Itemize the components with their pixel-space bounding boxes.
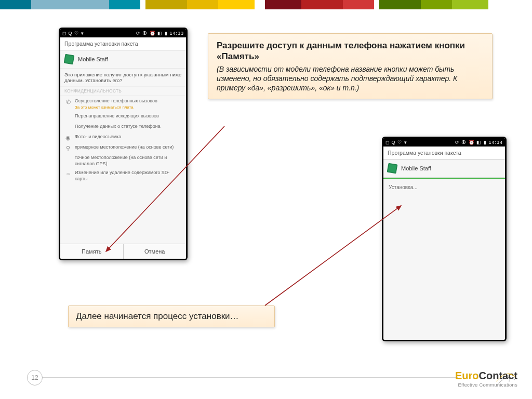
status-right-icons: ⟳ ⦿ ⏰ ◧ ▮ 14:34 <box>455 140 503 145</box>
permission-item: ◉Фото- и видеосъемка <box>62 132 184 143</box>
stripe <box>0 0 31 9</box>
status-right-icons: ⟳ ⦿ ⏰ ◧ ▮ 14:33 <box>136 31 184 36</box>
stripe <box>218 0 255 9</box>
stripe <box>68 0 109 9</box>
callout-heading: Разрешите доступ к данным телефона нажат… <box>217 40 484 62</box>
statusbar: ◻ Q ♡ ▾ ⟳ ⦿ ⏰ ◧ ▮ 14:34 <box>383 138 505 147</box>
callout-text: Далее начинается процесс установки… <box>76 311 239 321</box>
permission-text: Получение данных о статусе телефона <box>75 124 161 130</box>
permission-text: Перенаправление исходящих вызовов <box>75 113 159 119</box>
phone-permissions-mockup: ◻ Q ♡ ▾ ⟳ ⦿ ⏰ ◧ ▮ 14:33 Программа устано… <box>59 28 188 260</box>
permission-text: Фото- и видеосъемка <box>75 134 121 140</box>
app-icon <box>387 163 398 174</box>
permission-item: ✆Осуществление телефонных вызововЗа это … <box>62 97 184 112</box>
blank-icon <box>64 155 72 162</box>
stripe <box>301 0 343 9</box>
permission-text: Осуществление телефонных вызововЗа это м… <box>75 98 157 110</box>
stripe <box>145 0 187 9</box>
arrow-to-installing <box>265 206 401 305</box>
status-left-icons: ◻ Q ♡ ▾ <box>62 31 84 36</box>
top-color-stripes <box>0 0 532 9</box>
cancel-button[interactable]: Отмена <box>123 244 187 259</box>
callout-subtext: (В зависимости от модели телефона назван… <box>217 64 484 93</box>
permission-item: ⚲примерное местоположение (на основе сет… <box>62 143 184 153</box>
permission-text: Изменение или удаление содержимого SD-ка… <box>75 170 182 182</box>
stripe <box>265 0 301 9</box>
permission-item: Получение данных о статусе телефона <box>62 122 184 132</box>
pin-icon: ⚲ <box>64 144 72 152</box>
permission-warning: За это может взиматься плата <box>75 105 157 110</box>
camera-icon: ◉ <box>64 134 72 141</box>
stripe <box>379 0 421 9</box>
status-left-icons: ◻ Q ♡ ▾ <box>385 140 407 145</box>
phone-screen: ◻ Q ♡ ▾ ⟳ ⦿ ⏰ ◧ ▮ 14:33 Программа устано… <box>60 29 186 259</box>
stripe <box>421 0 452 9</box>
permission-item: ⎓Изменение или удаление содержимого SD-к… <box>62 168 184 183</box>
stripe <box>260 0 265 9</box>
logo-swoosh-icon <box>493 365 517 390</box>
blank-icon <box>64 113 72 121</box>
permission-item: точное местоположение (на основе сети и … <box>62 153 184 168</box>
usb-icon: ⎓ <box>64 170 72 177</box>
app-icon <box>64 54 75 65</box>
stripe <box>140 0 145 9</box>
permission-item: Перенаправление исходящих вызовов <box>62 112 184 122</box>
installer-title: Программа установки пакета <box>383 147 505 159</box>
phone-installing-mockup: ◻ Q ♡ ▾ ⟳ ⦿ ⏰ ◧ ▮ 14:34 Программа устано… <box>382 137 507 341</box>
permissions-list: ✆Осуществление телефонных вызововЗа это … <box>60 96 186 244</box>
permission-text: примерное местоположение (на основе сети… <box>75 144 174 151</box>
statusbar: ◻ Q ♡ ▾ ⟳ ⦿ ⏰ ◧ ▮ 14:33 <box>60 29 186 37</box>
install-description: Это приложение получит доступ к указанны… <box>60 69 186 87</box>
install-status-text: Установка... <box>383 179 505 340</box>
callout-permissions: Разрешите доступ к данным телефона нажат… <box>208 33 493 99</box>
stripe <box>255 0 260 9</box>
slide-area: ◻ Q ♡ ▾ ⟳ ⦿ ⏰ ◧ ▮ 14:33 Программа устано… <box>0 9 532 399</box>
phone-screen: ◻ Q ♡ ▾ ⟳ ⦿ ⏰ ◧ ▮ 14:34 Программа устано… <box>383 138 505 340</box>
app-row: Mobile Staff <box>60 50 186 69</box>
permission-text: точное местоположение (на основе сети и … <box>75 155 182 167</box>
stripe <box>343 0 374 9</box>
page-number: 12 <box>27 370 43 385</box>
app-row: Mobile Staff <box>383 159 505 178</box>
stripe <box>109 0 140 9</box>
app-name: Mobile Staff <box>401 165 431 171</box>
blank-icon <box>64 124 72 131</box>
app-name: Mobile Staff <box>78 56 108 62</box>
button-bar: Память Отмена <box>60 244 186 259</box>
footer-hairline <box>43 377 458 378</box>
privacy-section-label: КОНФИДЕНЦИАЛЬНОСТЬ <box>60 87 186 96</box>
stripe <box>452 0 488 9</box>
phone-icon: ✆ <box>64 98 72 105</box>
stripe <box>374 0 379 9</box>
callout-installing: Далее начинается процесс установки… <box>68 305 275 327</box>
installer-title: Программа установки пакета <box>60 37 186 50</box>
stripe <box>187 0 218 9</box>
stripe <box>31 0 68 9</box>
eurocontact-logo: EuroContact Effective Communications <box>424 370 517 388</box>
memory-button[interactable]: Память <box>60 244 123 259</box>
